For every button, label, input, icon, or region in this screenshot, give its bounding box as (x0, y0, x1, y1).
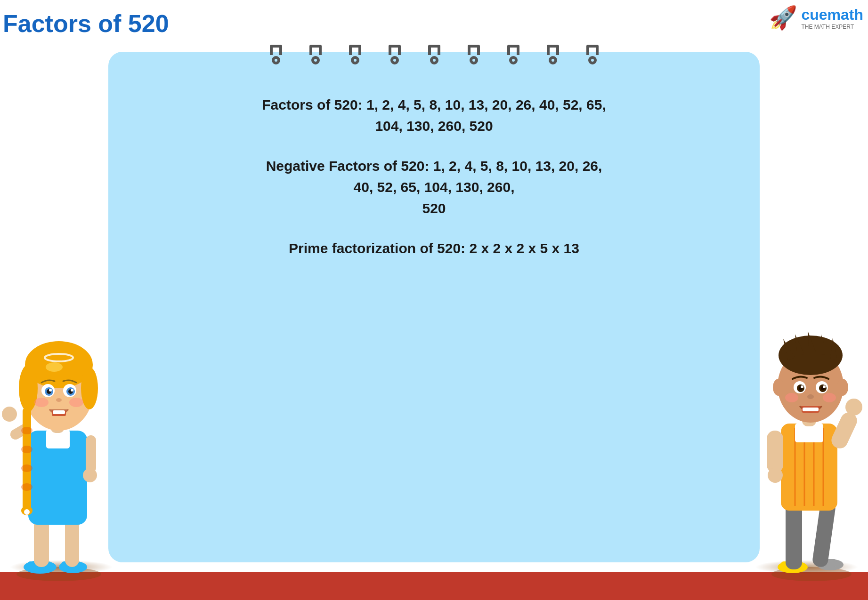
svg-point-33 (71, 389, 73, 392)
svg-point-32 (49, 389, 52, 392)
svg-rect-53 (767, 431, 783, 473)
ring-5 (428, 45, 440, 64)
svg-rect-75 (803, 408, 819, 411)
ring-6 (468, 45, 480, 64)
notebook-content: Factors of 520: 1, 2, 4, 5, 8, 10, 13, 2… (146, 80, 722, 259)
svg-point-72 (823, 385, 826, 388)
rocket-icon: 🚀 (769, 5, 797, 31)
ring-8 (547, 45, 559, 64)
prime-factorization-line: Prime factorization of 520: 2 x 2 x 2 x … (146, 238, 722, 259)
svg-point-18 (46, 362, 63, 372)
notebook: Factors of 520: 1, 2, 4, 5, 8, 10, 13, 2… (108, 52, 760, 562)
logo-area: 🚀 cuemath THE MATH EXPERT (769, 5, 863, 31)
ring-1 (270, 45, 282, 64)
svg-point-10 (2, 407, 17, 422)
brand-name: cuemath (801, 6, 863, 23)
ring-7 (507, 45, 519, 64)
svg-point-79 (837, 379, 848, 396)
svg-point-22 (21, 464, 32, 472)
page-title: Factors of 520 (3, 9, 169, 38)
brand-tagline: THE MATH EXPERT (801, 24, 863, 30)
ground (0, 572, 868, 600)
svg-point-38 (69, 398, 83, 407)
svg-point-56 (845, 399, 862, 416)
svg-point-71 (801, 385, 803, 388)
svg-point-37 (34, 398, 49, 407)
svg-point-16 (19, 365, 38, 412)
svg-point-34 (56, 398, 62, 402)
svg-point-76 (785, 393, 798, 402)
ring-2 (309, 45, 322, 64)
svg-rect-45 (786, 501, 802, 569)
svg-point-20 (21, 427, 32, 434)
rings-container (222, 45, 646, 64)
svg-point-78 (773, 379, 784, 396)
character-boy (750, 261, 868, 581)
logo-text-block: cuemath THE MATH EXPERT (801, 6, 863, 30)
ring-9 (586, 45, 599, 64)
negative-factors-line: Negative Factors of 520: 1, 2, 4, 5, 8, … (146, 155, 722, 219)
factors-value: 1, 2, 4, 5, 8, 10, 13, 20, 26, 40, 52, 6… (366, 97, 606, 134)
svg-point-77 (823, 393, 836, 402)
svg-point-12 (83, 468, 97, 482)
svg-rect-36 (53, 410, 65, 414)
svg-point-73 (807, 394, 814, 399)
svg-point-25 (24, 509, 30, 515)
prime-factorization-label: Prime factorization of 520: (289, 240, 465, 256)
prime-factorization-value: 2 x 2 x 2 x 5 x 13 (469, 240, 579, 256)
svg-point-17 (81, 367, 98, 409)
svg-point-23 (21, 483, 32, 491)
negative-factors-label: Negative Factors of 520: (266, 158, 430, 174)
ring-4 (389, 45, 401, 64)
factors-label: Factors of 520: (262, 97, 362, 112)
character-girl (0, 252, 118, 581)
svg-rect-19 (23, 407, 31, 511)
factors-line: Factors of 520: 1, 2, 4, 5, 8, 10, 13, 2… (146, 94, 722, 136)
svg-point-54 (768, 468, 783, 483)
svg-point-21 (21, 446, 32, 453)
svg-rect-11 (86, 435, 96, 473)
ring-3 (349, 45, 361, 64)
